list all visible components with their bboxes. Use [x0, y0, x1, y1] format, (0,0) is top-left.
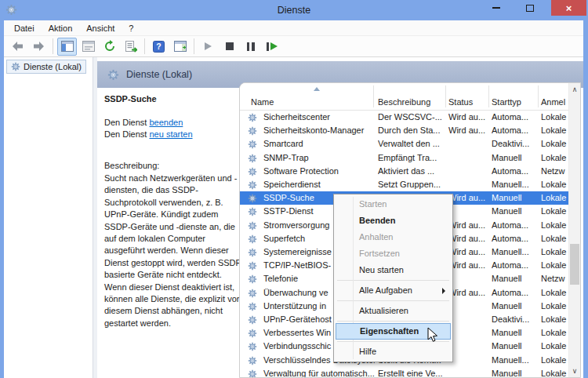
close-icon: ×	[566, 2, 572, 14]
window-border-right	[583, 20, 588, 378]
service-description: Sucht nach Netzwerkgeräten und -diensten…	[104, 173, 245, 329]
cell-anmelden: Lokale	[541, 234, 571, 243]
service-gear-icon	[248, 329, 257, 338]
column-header-beschreibung[interactable]: Beschreibung	[378, 97, 430, 107]
stop-service-icon[interactable]	[220, 38, 239, 56]
service-gear-icon	[248, 315, 257, 325]
menu-item-alle-aufgaben[interactable]: Alle Aufgaben	[334, 282, 452, 299]
services-window: { "window": { "title": "Dienste" }, "men…	[0, 0, 588, 378]
service-row-verwaltung-f-r-automatisch[interactable]: Verwaltung für automatisch...Erstellt ei…	[240, 367, 568, 378]
cell-starttyp: Automa...	[492, 288, 539, 297]
cell-starttyp: Manuell...	[492, 180, 539, 189]
menu-item-beenden[interactable]: Beenden	[334, 213, 452, 229]
cell-name: Verwaltung für automatisch...	[263, 369, 375, 378]
help-icon[interactable]: ?	[149, 38, 169, 56]
description-label: Beschreibung:	[104, 161, 159, 170]
service-gear-icon	[248, 126, 257, 136]
show-console-tree-icon[interactable]	[57, 38, 77, 56]
cell-name: Software Protection	[263, 166, 375, 176]
menu-bar: DateiAktionAnsicht?	[4, 20, 583, 35]
restart-service-line: Den Dienst neu starten	[104, 129, 193, 139]
back-icon[interactable]	[8, 38, 27, 56]
sidebar-item-dienste-lokal[interactable]: Dienste (Lokal)	[6, 60, 86, 74]
cell-status: Wird au...	[448, 234, 489, 243]
cell-starttyp: Manuell	[492, 274, 539, 283]
cell-starttyp: Manuell...	[492, 247, 539, 256]
service-row-sicherheitskonto-manager[interactable]: Sicherheitskonto-ManagerDurch den Sta...…	[240, 124, 568, 137]
restart-prefix: Den Dienst	[104, 129, 149, 139]
cell-starttyp: Automa...	[492, 260, 539, 270]
cell-anmelden: Lokale	[541, 247, 571, 256]
toolbar-separator	[144, 38, 145, 54]
service-row-snmp-trap[interactable]: SNMP-TrapEmpfängt Tra...ManuellLokale	[240, 151, 568, 165]
restart-service-icon[interactable]	[262, 38, 281, 56]
cell-starttyp: Manuell	[492, 153, 539, 162]
service-row-smartcard[interactable]: SmartcardVerwaltet den ...Deaktivi...Lok…	[240, 137, 568, 151]
service-gear-icon	[248, 274, 257, 284]
service-gear-icon	[248, 221, 257, 231]
menu-item-aktualisieren[interactable]: Aktualisieren	[334, 303, 452, 319]
menu-item-hilfe[interactable]: Hilfe	[334, 343, 452, 360]
start-service-icon[interactable]	[198, 38, 218, 56]
service-gear-icon	[248, 234, 257, 244]
service-gear-icon	[248, 261, 257, 271]
scrollbar-thumb[interactable]	[570, 244, 579, 285]
vertical-scrollbar[interactable]: ∧ ∨	[568, 83, 580, 377]
service-gear-icon	[248, 167, 257, 176]
cell-beschreibung: Der WSCSVC-...	[378, 112, 446, 122]
column-separator[interactable]	[488, 85, 489, 107]
service-gear-icon	[248, 207, 257, 216]
minimize-button[interactable]	[483, 0, 510, 16]
export-list-icon[interactable]	[121, 38, 140, 56]
mouse-cursor	[427, 327, 438, 343]
cell-anmelden: Lokale	[541, 314, 571, 324]
menu-item-starten: Starten	[334, 196, 452, 213]
column-header-starttyp[interactable]: Starttyp	[492, 97, 521, 107]
cell-anmelden: Lokale	[541, 180, 571, 189]
cell-name: Sicherheitscenter	[263, 112, 375, 122]
scroll-up-icon[interactable]: ∧	[569, 83, 580, 96]
menubar-item-datei[interactable]: Datei	[7, 24, 42, 33]
cell-status: Wird au...	[448, 112, 489, 122]
minimize-icon	[492, 7, 500, 9]
column-separator[interactable]	[445, 85, 446, 107]
cell-anmelden: Lokale	[541, 369, 571, 378]
console-tree-panel: Dienste (Lokal)	[4, 57, 93, 378]
selected-service-name: SSDP-Suche	[104, 94, 157, 104]
svg-text:?: ?	[156, 42, 161, 51]
service-row-speicherdienst[interactable]: SpeicherdienstSetzt Gruppen...Manuell...…	[240, 178, 568, 191]
menubar-item-ansicht[interactable]: Ansicht	[79, 24, 122, 33]
show-action-pane-icon[interactable]	[170, 38, 190, 56]
column-header-name[interactable]: Name	[251, 97, 274, 107]
column-header-anmel[interactable]: Anmel	[541, 97, 565, 107]
maximize-button[interactable]	[517, 0, 543, 16]
service-row-software-protection[interactable]: Software ProtectionAktiviert das ...Auto…	[240, 165, 568, 178]
forward-icon[interactable]	[29, 38, 49, 56]
cell-starttyp: Deaktivi...	[492, 314, 539, 324]
service-gear-icon	[248, 342, 257, 351]
menu-item-neu-starten[interactable]: Neu starten	[334, 262, 452, 278]
cell-starttyp: Manuell	[492, 328, 539, 337]
cell-anmelden: Lokale	[541, 288, 571, 297]
column-header-status[interactable]: Status	[448, 97, 473, 107]
service-row-sicherheitscenter[interactable]: SicherheitscenterDer WSCSVC-...Wird au..…	[240, 111, 568, 124]
refresh-icon[interactable]	[100, 38, 119, 56]
menubar-item-aktion[interactable]: Aktion	[42, 24, 80, 33]
restart-service-link[interactable]: neu starten	[149, 129, 192, 139]
maximize-icon	[526, 5, 534, 12]
cell-beschreibung: Aktiviert das ...	[378, 166, 446, 176]
column-separator[interactable]	[373, 85, 374, 107]
scroll-down-icon[interactable]: ∨	[569, 365, 580, 377]
cell-anmelden: Lokale	[541, 112, 571, 122]
cell-anmelden: Lokale	[541, 139, 571, 148]
stop-service-link[interactable]: beenden	[149, 118, 183, 127]
column-separator[interactable]	[538, 85, 539, 107]
pause-service-icon[interactable]	[241, 38, 260, 56]
cell-name: Sicherheitskonto-Manager	[263, 125, 375, 135]
cell-beschreibung: Setzt Gruppen...	[378, 180, 446, 189]
properties-window-icon[interactable]	[78, 38, 98, 56]
cell-starttyp: Manuell	[492, 341, 539, 351]
menubar-item-help[interactable]: ?	[122, 24, 140, 33]
title-bar: Dienste ×	[0, 0, 588, 20]
close-button[interactable]: ×	[551, 0, 586, 16]
